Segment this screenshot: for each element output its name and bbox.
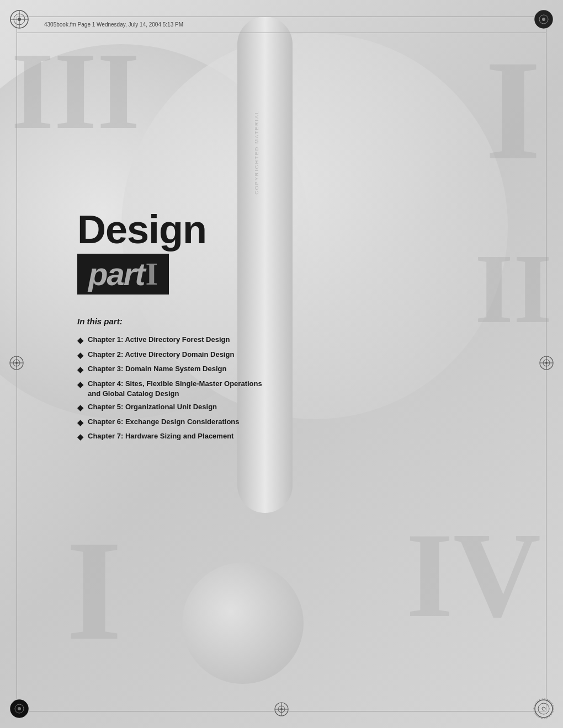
chapter-label: Chapter 7: Hardware Sizing and Placement — [88, 431, 233, 441]
list-item: ◆Chapter 5: Organizational Unit Design — [77, 402, 265, 414]
svg-point-7 — [542, 18, 545, 21]
right-crosshair — [538, 355, 555, 373]
list-item: ◆Chapter 7: Hardware Sizing and Placemen… — [77, 431, 265, 443]
copyright-watermark: COPYRIGHTED MATERIAL — [254, 110, 259, 195]
left-crosshair — [8, 355, 25, 373]
list-item: ◆Chapter 2: Active Directory Domain Desi… — [77, 350, 265, 361]
chapter-label: Chapter 4: Sites, Flexible Single-Master… — [88, 379, 265, 399]
bottom-crosshair — [273, 701, 290, 720]
corner-decoration-tl — [8, 8, 30, 30]
diamond-icon: ◆ — [77, 379, 83, 390]
svg-point-13 — [542, 707, 545, 710]
main-content: Design part I In this part: ◆Chapter 1: … — [33, 33, 530, 695]
diamond-icon: ◆ — [77, 417, 83, 429]
chapter-list: ◆Chapter 1: Active Directory Forest Desi… — [77, 335, 530, 443]
part-numeral: I — [146, 258, 158, 290]
svg-point-10 — [18, 707, 21, 710]
list-item: ◆Chapter 1: Active Directory Forest Desi… — [77, 335, 265, 346]
header-text: 4305book.fm Page 1 Wednesday, July 14, 2… — [44, 22, 183, 28]
in-this-part-section: In this part: ◆Chapter 1: Active Directo… — [77, 317, 530, 443]
diamond-icon: ◆ — [77, 365, 83, 376]
diamond-icon: ◆ — [77, 432, 83, 443]
chapter-label: Chapter 3: Domain Name System Design — [88, 364, 226, 374]
part-bar: part I — [77, 254, 169, 295]
page-title: Design — [77, 210, 530, 249]
list-item: ◆Chapter 3: Domain Name System Design — [77, 364, 265, 376]
chapter-label: Chapter 1: Active Directory Forest Desig… — [88, 335, 230, 345]
chapter-label: Chapter 6: Exchange Design Consideration… — [88, 417, 240, 427]
corner-decoration-br — [533, 698, 555, 720]
svg-point-12 — [538, 703, 549, 714]
list-item: ◆Chapter 4: Sites, Flexible Single-Maste… — [77, 379, 265, 399]
corner-decoration-bl — [8, 698, 30, 720]
chapter-label: Chapter 2: Active Directory Domain Desig… — [88, 350, 234, 360]
chapter-label: Chapter 5: Organizational Unit Design — [88, 402, 217, 412]
corner-decoration-tr — [533, 8, 555, 30]
header-bar: 4305book.fm Page 1 Wednesday, July 14, 2… — [17, 17, 546, 33]
list-item: ◆Chapter 6: Exchange Design Consideratio… — [77, 417, 265, 429]
in-this-part-heading: In this part: — [77, 317, 530, 326]
part-label: part — [88, 258, 145, 290]
svg-point-11 — [535, 700, 553, 718]
diamond-icon: ◆ — [77, 403, 83, 414]
diamond-icon: ◆ — [77, 350, 83, 361]
diamond-icon: ◆ — [77, 335, 83, 346]
svg-point-14 — [534, 699, 554, 719]
